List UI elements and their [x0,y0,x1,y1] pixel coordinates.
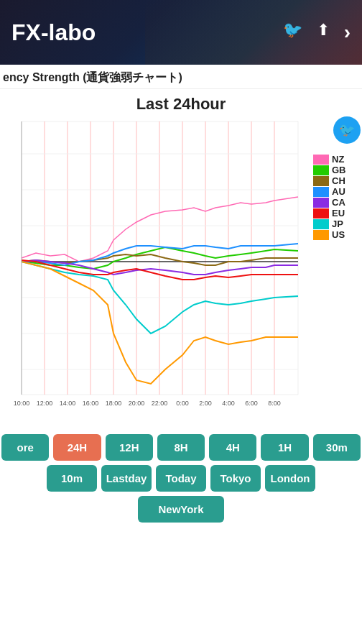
btn-4h[interactable]: 4H [209,434,256,461]
svg-text:2:00: 2:00 [199,400,212,407]
svg-text:22:00: 22:00 [152,400,168,407]
chart-twitter-button[interactable]: 🐦 [333,116,361,144]
btn-newyork[interactable]: NewYork [138,496,224,523]
btn-lastday[interactable]: Lastday [101,465,152,492]
svg-text:4:00: 4:00 [222,400,235,407]
chart-wrapper: 10:00 12:00 14:00 16:00 18:00 20:00 22:0… [0,118,362,430]
btn-today[interactable]: Today [156,465,206,492]
chart-title: Last 24hour [0,95,362,114]
legend-au: AU [313,186,362,197]
chart-legend: 🐦 NZ GB CH AU [313,118,362,430]
legend-gb-color [313,165,329,175]
legend-nz-color [313,155,329,165]
btn-24h[interactable]: 24H [53,434,101,461]
share-icon[interactable]: ⬆ [317,21,330,44]
legend-gb: GB [313,165,362,175]
legend-jp-label: JP [332,218,343,229]
svg-text:16:00: 16:00 [83,400,99,407]
chart-svg-area: 10:00 12:00 14:00 16:00 18:00 20:00 22:0… [0,118,313,430]
btn-ore[interactable]: ore [1,434,49,461]
app-title: FX-labo [11,19,96,46]
header: FX-labo 🐦 ⬆ › [0,0,362,65]
legend-jp-color [313,219,329,229]
svg-rect-0 [22,121,298,395]
more-icon[interactable]: › [344,21,351,44]
svg-text:20:00: 20:00 [129,400,145,407]
legend-eu-color [313,208,329,218]
btn-tokyo[interactable]: Tokyo [210,465,261,492]
header-icons: 🐦 ⬆ › [283,21,351,44]
legend-nz: NZ [313,154,362,165]
legend-ca: CA [313,197,362,208]
legend-ch-label: CH [332,175,345,186]
legend-ca-label: CA [332,197,345,208]
btn-row-2: 10m Lastday Today Tokyo London [1,465,361,492]
time-buttons: ore 24H 12H 8H 4H 1H 30m 10m Lastday Tod… [0,434,362,523]
btn-8h[interactable]: 8H [157,434,205,461]
legend-jp: JP [313,218,362,229]
svg-text:0:00: 0:00 [176,400,189,407]
legend-list: NZ GB CH AU CA [313,154,362,240]
legend-us-label: US [332,229,345,240]
legend-us: US [313,229,362,240]
btn-12h[interactable]: 12H [106,434,153,461]
legend-ch: CH [313,175,362,186]
legend-eu-label: EU [332,208,345,218]
btn-10m[interactable]: 10m [47,465,97,492]
legend-ch-color [313,176,329,186]
svg-text:18:00: 18:00 [106,400,122,407]
twitter-icon[interactable]: 🐦 [283,21,302,44]
btn-london[interactable]: London [265,465,315,492]
legend-eu: EU [313,208,362,218]
svg-text:14:00: 14:00 [60,400,76,407]
btn-30m[interactable]: 30m [313,434,361,461]
legend-us-color [313,230,329,240]
legend-ca-color [313,198,329,208]
legend-au-label: AU [332,186,345,197]
svg-text:10:00: 10:00 [14,400,30,407]
svg-text:12:00: 12:00 [37,400,53,407]
chart-svg: 10:00 12:00 14:00 16:00 18:00 20:00 22:0… [0,118,302,427]
chart-container: Last 24hour [0,89,362,430]
legend-nz-label: NZ [332,154,344,165]
legend-gb-label: GB [332,165,346,175]
btn-row-1: ore 24H 12H 8H 4H 1H 30m [1,434,361,461]
svg-text:8:00: 8:00 [268,400,281,407]
btn-1h[interactable]: 1H [261,434,308,461]
section-title: ency Strength (通貨強弱チャート) [0,65,362,89]
legend-au-color [313,187,329,197]
btn-row-3: NewYork [1,496,361,523]
svg-text:6:00: 6:00 [245,400,258,407]
